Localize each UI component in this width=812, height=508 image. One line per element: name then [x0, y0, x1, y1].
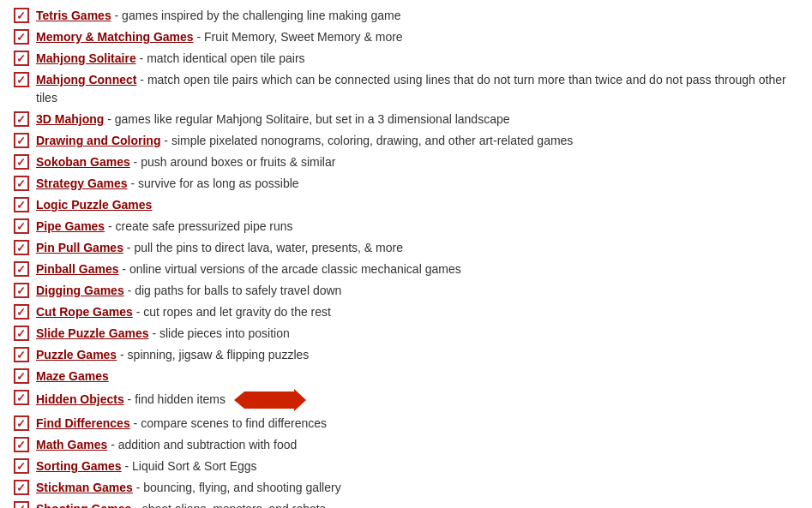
list-item: Math Games - addition and subtraction wi… — [14, 436, 798, 454]
item-text: Memory & Matching Games - Fruit Memory, … — [36, 28, 798, 46]
item-desc-tetris: - games inspired by the challenging line… — [111, 9, 401, 22]
game-category-list: Tetris Games - games inspired by the cha… — [14, 7, 798, 508]
item-title-pinball[interactable]: Pinball Games — [36, 262, 118, 276]
item-desc-mahjong-connect: - match open tile pairs which can be con… — [36, 73, 786, 105]
item-title-memory[interactable]: Memory & Matching Games — [36, 30, 194, 44]
item-title-drawing[interactable]: Drawing and Coloring — [36, 134, 160, 147]
item-text: Cut Rope Games - cut ropes and let gravi… — [36, 303, 798, 321]
item-desc-memory: - Fruit Memory, Sweet Memory & more — [194, 30, 403, 44]
list-item: Mahjong Solitaire - match identical open… — [14, 50, 798, 68]
checkbox-icon[interactable] — [14, 51, 29, 66]
checkbox-icon[interactable] — [14, 437, 29, 452]
list-item: Memory & Matching Games - Fruit Memory, … — [14, 28, 798, 46]
item-title-3d-mahjong[interactable]: 3D Mahjong — [36, 112, 104, 126]
item-text: Digging Games - dig paths for balls to s… — [36, 282, 798, 300]
item-title-logic[interactable]: Logic Puzzle Games — [36, 198, 152, 212]
item-desc-pipe: - create safe pressurized pipe runs — [105, 219, 292, 233]
checkbox-icon[interactable] — [14, 72, 29, 87]
item-text: Stickman Games - bouncing, flying, and s… — [36, 479, 798, 497]
checkbox-icon[interactable] — [14, 154, 29, 170]
checkbox-icon[interactable] — [14, 29, 29, 45]
item-text: Maze Games — [36, 368, 798, 385]
item-title-math[interactable]: Math Games — [36, 438, 107, 451]
item-title-mahjong-connect[interactable]: Mahjong Connect — [36, 73, 136, 87]
checkbox-icon[interactable] — [14, 8, 29, 23]
item-desc-find-differences: - compare scenes to find differences — [130, 416, 327, 430]
item-title-hidden-objects[interactable]: Hidden Objects — [36, 392, 124, 406]
item-title-digging[interactable]: Digging Games — [36, 284, 124, 297]
list-item: Hidden Objects - find hidden items — [14, 389, 798, 411]
item-title-tetris[interactable]: Tetris Games — [36, 9, 111, 22]
list-item: Sokoban Games - push around boxes or fru… — [14, 153, 798, 171]
checkbox-icon[interactable] — [14, 218, 29, 234]
item-text: Mahjong Connect - match open tile pairs … — [36, 71, 798, 107]
checkbox-icon[interactable] — [14, 197, 29, 212]
checkbox-icon[interactable] — [14, 304, 29, 320]
list-item: Sorting Games - Liquid Sort & Sort Eggs — [14, 457, 798, 475]
item-text: Pin Pull Games - pull the pins to direct… — [36, 239, 798, 257]
item-title-pin-pull[interactable]: Pin Pull Games — [36, 241, 123, 254]
item-desc-puzzle: - spinning, jigsaw & flipping puzzles — [117, 348, 309, 362]
item-title-find-differences[interactable]: Find Differences — [36, 416, 130, 430]
list-item: Drawing and Coloring - simple pixelated … — [14, 132, 798, 150]
list-item: Strategy Games - survive for as long as … — [14, 175, 798, 193]
checkbox-icon[interactable] — [14, 133, 29, 148]
item-desc-digging: - dig paths for balls to safely travel d… — [124, 284, 342, 297]
checkbox-icon[interactable] — [14, 240, 29, 255]
list-item: Mahjong Connect - match open tile pairs … — [14, 71, 798, 107]
item-desc-3d-mahjong: - games like regular Mahjong Solitaire, … — [104, 112, 509, 126]
checkbox-icon[interactable] — [14, 283, 29, 298]
item-text: Find Differences - compare scenes to fin… — [36, 415, 798, 433]
item-title-mahjong-solitaire[interactable]: Mahjong Solitaire — [36, 51, 136, 65]
item-desc-pinball: - online virtual versions of the arcade … — [118, 262, 460, 276]
item-text: Mahjong Solitaire - match identical open… — [36, 50, 798, 68]
checkbox-icon[interactable] — [14, 458, 29, 474]
list-item: Pipe Games - create safe pressurized pip… — [14, 218, 798, 236]
item-title-strategy[interactable]: Strategy Games — [36, 176, 128, 190]
item-title-sokoban[interactable]: Sokoban Games — [36, 155, 130, 169]
arrow-indicator — [234, 389, 306, 411]
arrow-body — [244, 391, 294, 409]
item-title-stickman[interactable]: Stickman Games — [36, 481, 133, 494]
checkbox-icon[interactable] — [14, 347, 29, 362]
list-item: Cut Rope Games - cut ropes and let gravi… — [14, 303, 798, 321]
checkbox-icon[interactable] — [14, 261, 29, 277]
item-desc-sorting: - Liquid Sort & Sort Eggs — [122, 459, 257, 473]
list-item: Logic Puzzle Games — [14, 196, 798, 214]
item-title-cut-rope[interactable]: Cut Rope Games — [36, 305, 133, 319]
checkbox-icon[interactable] — [14, 326, 29, 341]
item-text: Pipe Games - create safe pressurized pip… — [36, 218, 798, 236]
item-title-sorting[interactable]: Sorting Games — [36, 459, 122, 473]
item-text: Puzzle Games - spinning, jigsaw & flippi… — [36, 346, 798, 364]
checkbox-icon[interactable] — [14, 480, 29, 495]
item-text: Math Games - addition and subtraction wi… — [36, 436, 798, 454]
list-item: Digging Games - dig paths for balls to s… — [14, 282, 798, 300]
list-item: Stickman Games - bouncing, flying, and s… — [14, 479, 798, 497]
item-title-slide-puzzle[interactable]: Slide Puzzle Games — [36, 326, 149, 340]
item-text: Slide Puzzle Games - slide pieces into p… — [36, 325, 798, 343]
item-title-puzzle[interactable]: Puzzle Games — [36, 348, 117, 362]
item-text: Hidden Objects - find hidden items — [36, 389, 798, 411]
list-item: Find Differences - compare scenes to fin… — [14, 415, 798, 433]
item-desc-drawing: - simple pixelated nonograms, coloring, … — [160, 134, 573, 147]
item-desc-pin-pull: - pull the pins to direct lava, water, p… — [123, 241, 403, 254]
item-text: Sokoban Games - push around boxes or fru… — [36, 153, 798, 171]
item-desc-stickman: - bouncing, flying, and shooting gallery — [133, 481, 341, 494]
checkbox-icon[interactable] — [14, 415, 29, 431]
item-text: Sorting Games - Liquid Sort & Sort Eggs — [36, 457, 798, 475]
checkbox-icon[interactable] — [14, 111, 29, 127]
list-item: Shooting Games - shoot aliens, monsters,… — [14, 500, 798, 508]
checkbox-icon[interactable] — [14, 368, 29, 384]
item-desc-cut-rope: - cut ropes and let gravity do the rest — [133, 305, 331, 319]
list-item: Puzzle Games - spinning, jigsaw & flippi… — [14, 346, 798, 364]
item-desc-slide-puzzle: - slide pieces into position — [149, 326, 290, 340]
checkbox-icon[interactable] — [14, 501, 29, 508]
item-title-pipe[interactable]: Pipe Games — [36, 219, 105, 233]
item-title-shooting[interactable]: Shooting Games — [36, 502, 131, 508]
checkbox-icon[interactable] — [14, 176, 29, 191]
checkbox-icon[interactable] — [14, 390, 29, 405]
list-item: Tetris Games - games inspired by the cha… — [14, 7, 798, 25]
item-title-maze[interactable]: Maze Games — [36, 369, 109, 383]
list-item: Pinball Games - online virtual versions … — [14, 260, 798, 278]
item-desc-hidden-objects: - find hidden items — [124, 392, 226, 406]
